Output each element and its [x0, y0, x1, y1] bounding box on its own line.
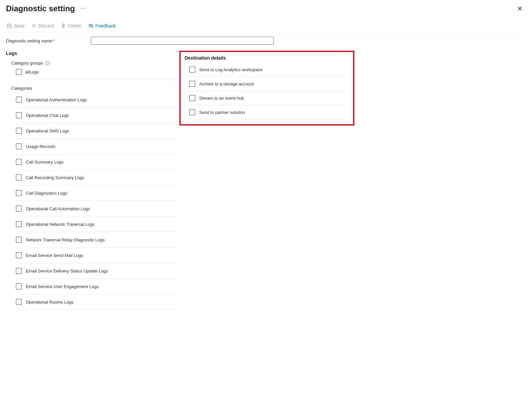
category-row: Operational Chat Logs [16, 108, 177, 123]
category-label: Call Diagnostics Logs [26, 191, 67, 196]
save-button[interactable]: Save [7, 23, 25, 28]
alllogs-checkbox[interactable] [16, 69, 22, 75]
destination-label: Stream to an event hub [199, 96, 244, 101]
category-checkbox[interactable] [16, 237, 22, 243]
save-label: Save [14, 23, 25, 28]
destination-checkbox[interactable] [189, 109, 195, 115]
feedback-icon [88, 23, 93, 28]
category-checkbox[interactable] [16, 128, 22, 134]
category-label: Operational Chat Logs [26, 113, 69, 118]
category-row: Operational Network Traversal Logs [16, 217, 177, 232]
category-checkbox[interactable] [16, 299, 22, 305]
discard-icon [31, 23, 36, 28]
category-label: Email Service Send Mail Logs [26, 253, 83, 258]
toolbar: Save Discard Delete [6, 19, 526, 32]
setting-name-input[interactable] [91, 37, 274, 45]
info-icon[interactable]: i [45, 61, 49, 65]
category-row: Call Recording Summary Logs [16, 170, 177, 185]
category-checkbox[interactable] [16, 283, 22, 289]
category-row: Operational Rooms Logs [16, 294, 177, 310]
destination-row: Archive to a storage account [189, 77, 347, 91]
category-row: Email Service User Engagement Logs [16, 279, 177, 294]
svg-point-1 [91, 25, 92, 26]
category-label: Operational Authentication Logs [26, 97, 87, 102]
category-label: Operational SMS Logs [26, 128, 69, 133]
category-checkbox[interactable] [16, 112, 22, 118]
category-label: Email Service User Engagement Logs [26, 284, 99, 289]
destination-row: Send to Log Analytics workspace [189, 65, 347, 77]
destination-checkbox[interactable] [189, 81, 195, 87]
page-title: Diagnostic setting [6, 4, 75, 13]
discard-label: Discard [38, 23, 54, 28]
category-label: Call Recording Summary Logs [26, 175, 84, 180]
category-label: Operational Call Automation Logs [26, 206, 90, 211]
category-checkbox[interactable] [16, 159, 22, 165]
save-icon [7, 23, 12, 28]
destination-row: Send to partner solution [189, 105, 347, 120]
category-row: Email Service Send Mail Logs [16, 248, 177, 263]
category-label: Network Traversal Relay Diagnostic Logs [26, 237, 105, 242]
close-button[interactable]: ✕ [514, 3, 526, 14]
delete-label: Delete [68, 23, 81, 28]
feedback-button[interactable]: Feedback [88, 23, 116, 28]
logs-section-title: Logs [6, 51, 177, 56]
svg-point-0 [89, 24, 90, 25]
category-row: Call Diagnostics Logs [16, 185, 177, 201]
destination-row: Stream to an event hub [189, 91, 347, 105]
category-row: Operational Call Automation Logs [16, 201, 177, 217]
category-row: Call Summary Logs [16, 154, 177, 170]
destination-label: Archive to a storage account [199, 81, 254, 86]
category-groups-label: Category groups [11, 61, 43, 66]
delete-icon [61, 23, 66, 28]
category-checkbox[interactable] [16, 221, 22, 227]
alllogs-label: allLogs [25, 70, 39, 74]
category-checkbox[interactable] [16, 174, 22, 180]
destination-label: Send to Log Analytics workspace [199, 67, 263, 72]
destination-section-title: Destination details [184, 55, 347, 61]
category-checkbox[interactable] [16, 268, 22, 274]
category-label: Operational Rooms Logs [26, 300, 74, 305]
more-actions-button[interactable]: ⋯ [80, 4, 87, 13]
category-row: Email Service Delivery Status Update Log… [16, 263, 177, 279]
category-row: Operational Authentication Logs [16, 93, 177, 108]
category-label: Usage Records [26, 144, 56, 149]
category-label: Call Summary Logs [26, 160, 63, 165]
category-checkbox[interactable] [16, 206, 22, 212]
feedback-label: Feedback [95, 23, 116, 28]
setting-name-label: Diagnostic setting name* [6, 38, 88, 43]
category-label: Operational Network Traversal Logs [26, 222, 94, 227]
category-row: Network Traversal Relay Diagnostic Logs [16, 232, 177, 248]
category-row: Operational SMS Logs [16, 123, 177, 139]
category-checkbox[interactable] [16, 252, 22, 258]
category-checkbox[interactable] [16, 97, 22, 103]
category-checkbox[interactable] [16, 190, 22, 196]
category-label: Email Service Delivery Status Update Log… [26, 269, 108, 273]
category-row: Usage Records [16, 139, 177, 154]
destination-checkbox[interactable] [189, 95, 195, 101]
categories-label: Categories [11, 86, 177, 91]
destination-checkbox[interactable] [189, 67, 195, 73]
delete-button[interactable]: Delete [61, 23, 81, 28]
category-checkbox[interactable] [16, 143, 22, 149]
destination-details-highlight: Destination details Send to Log Analytic… [179, 51, 354, 125]
discard-button[interactable]: Discard [31, 23, 54, 28]
destination-label: Send to partner solution [199, 110, 245, 115]
